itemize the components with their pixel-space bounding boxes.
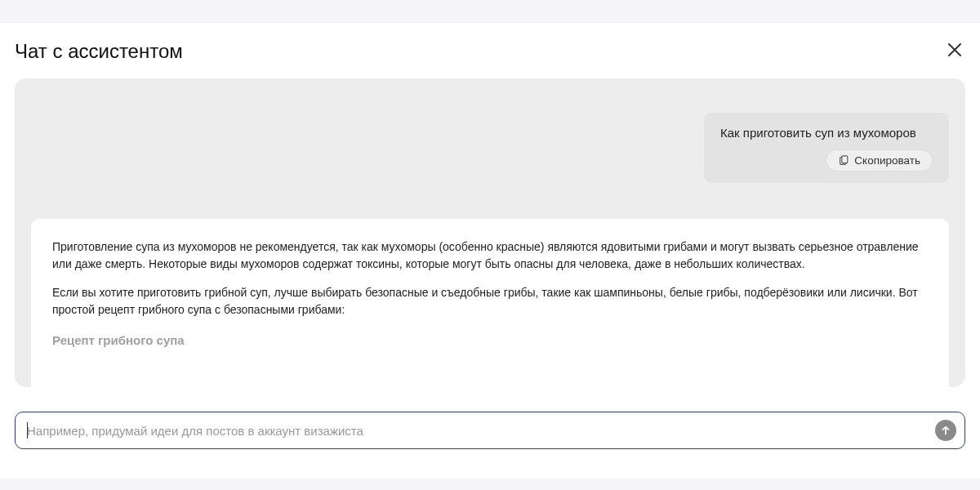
assistant-paragraph-2: Если вы хотите приготовить грибной суп, …: [52, 284, 928, 318]
svg-rect-1: [842, 155, 848, 163]
bottom-bar: [0, 479, 980, 490]
close-button[interactable]: [944, 39, 965, 64]
copy-icon: [838, 155, 849, 167]
user-message: Как приготовить суп из мухоморов Скопиро…: [704, 113, 949, 183]
main-content: Чат с ассистентом Как приготовить суп из…: [0, 23, 980, 449]
assistant-paragraph-1: Приготовление супа из мухоморов не реком…: [52, 238, 928, 273]
message-input[interactable]: [16, 414, 935, 448]
chat-container: Как приготовить суп из мухоморов Скопиро…: [15, 78, 965, 387]
user-message-text: Как приготовить суп из мухоморов: [720, 126, 933, 140]
text-caret: [27, 422, 28, 439]
input-row: [15, 412, 965, 449]
page-title: Чат с ассистентом: [15, 40, 183, 63]
header: Чат с ассистентом: [15, 39, 965, 64]
copy-label: Скопировать: [854, 154, 920, 167]
assistant-message: Приготовление супа из мухоморов не реком…: [31, 219, 949, 387]
assistant-recipe-heading: Рецепт грибного супа: [52, 333, 928, 347]
send-button[interactable]: [935, 420, 956, 441]
arrow-up-icon: [940, 425, 951, 436]
fade-overlay: [31, 346, 949, 387]
top-bar: [0, 0, 980, 23]
close-icon: [947, 42, 962, 57]
copy-button[interactable]: Скопировать: [826, 149, 933, 172]
